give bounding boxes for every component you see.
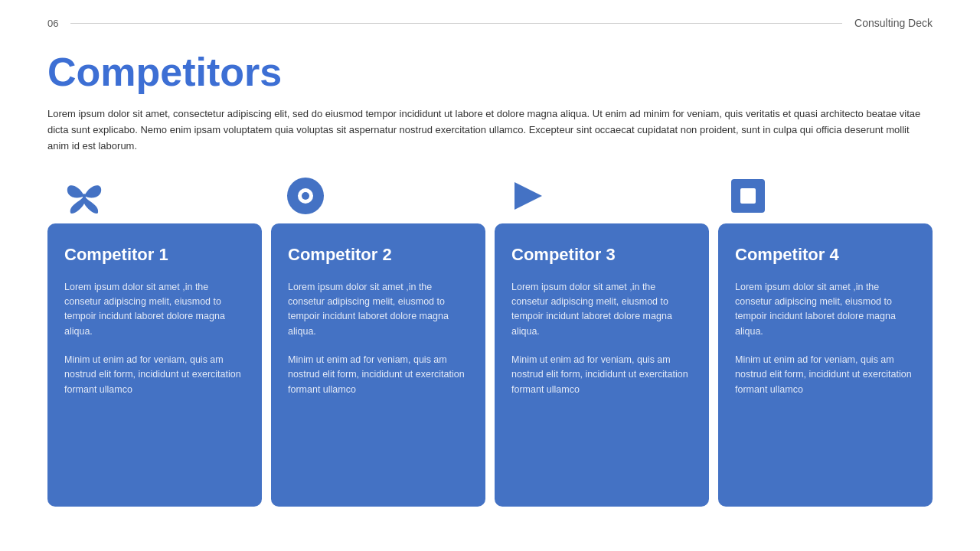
record-icon [286,176,325,216]
svg-rect-6 [740,188,756,204]
square-icon [728,176,768,216]
competitor-2-name: Competitor 2 [288,245,469,265]
svg-point-3 [302,192,309,200]
page-title: Competitors [47,51,933,94]
competitor-2-desc2: Minim ut enim ad for veniam, quis am nos… [288,353,469,397]
svg-point-0 [83,194,86,203]
competitor-2-desc1: Lorem ipsum dolor sit amet ,in the conse… [288,280,469,340]
competitor-3-desc1: Lorem ipsum dolor sit amet ,in the conse… [511,280,692,340]
icons-row [47,176,933,216]
record-icon-wrapper [269,176,490,216]
square-icon-wrapper [711,176,933,216]
competitor-4-desc2: Minim ut enim ad for veniam, quis am nos… [735,353,916,397]
header-line [70,23,842,24]
play-icon [507,176,547,216]
competitor-card-2: Competitor 2 Lorem ipsum dolor sit amet … [271,223,485,507]
cards-row: Competitor 1 Lorem ipsum dolor sit amet … [47,223,933,507]
competitor-4-desc1: Lorem ipsum dolor sit amet ,in the conse… [735,280,916,340]
butterfly-icon [64,176,104,216]
competitor-1-name: Competitor 1 [64,245,245,265]
svg-marker-4 [514,182,542,210]
competitor-3-desc2: Minim ut enim ad for veniam, quis am nos… [511,353,692,397]
slide-number: 06 [47,18,58,29]
competitor-1-desc2: Minim ut enim ad for veniam, quis am nos… [64,353,245,397]
competitor-4-name: Competitor 4 [735,245,916,265]
competitor-card-1: Competitor 1 Lorem ipsum dolor sit amet … [47,223,262,507]
butterfly-icon-wrapper [47,176,269,216]
play-icon-wrapper [490,176,711,216]
page-container: 06 Consulting Deck Competitors Lorem ips… [0,0,980,551]
deck-title: Consulting Deck [854,17,933,29]
competitor-1-desc1: Lorem ipsum dolor sit amet ,in the conse… [64,280,245,340]
competitor-card-4: Competitor 4 Lorem ipsum dolor sit amet … [718,223,933,507]
header-bar: 06 Consulting Deck [47,0,933,37]
body-text: Lorem ipsum dolor sit amet, consectetur … [47,106,933,154]
competitor-3-name: Competitor 3 [511,245,692,265]
competitor-card-3: Competitor 3 Lorem ipsum dolor sit amet … [495,223,709,507]
